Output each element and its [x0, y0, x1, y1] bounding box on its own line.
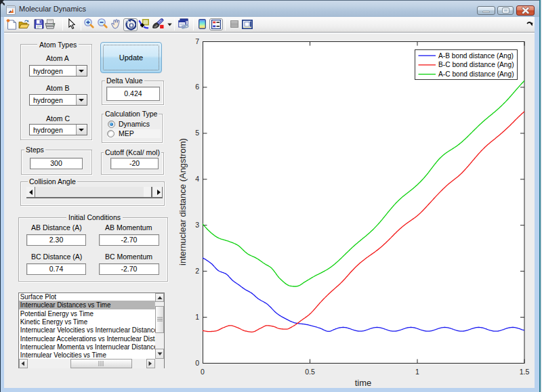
svg-text:6: 6 — [195, 83, 199, 91]
svg-text:0: 0 — [201, 368, 205, 376]
svg-text:4: 4 — [195, 175, 199, 183]
svg-text:0.5: 0.5 — [305, 368, 315, 376]
svg-text:0: 0 — [195, 359, 199, 367]
svg-text:5: 5 — [195, 129, 199, 137]
svg-text:time: time — [355, 378, 372, 388]
svg-text:1.5: 1.5 — [520, 368, 530, 376]
svg-text:B-C bond distance (Ang): B-C bond distance (Ang) — [438, 61, 514, 68]
svg-text:internuclear distance (Angstro: internuclear distance (Angstrom) — [178, 138, 188, 265]
svg-text:1: 1 — [415, 368, 419, 376]
svg-text:A-B bond distance (Ang): A-B bond distance (Ang) — [438, 52, 514, 60]
svg-text:3: 3 — [195, 221, 199, 229]
svg-text:1: 1 — [195, 313, 199, 321]
svg-text:2: 2 — [195, 267, 199, 275]
svg-text:A-C bond distance (Ang): A-C bond distance (Ang) — [438, 70, 514, 78]
svg-text:7: 7 — [195, 37, 199, 45]
